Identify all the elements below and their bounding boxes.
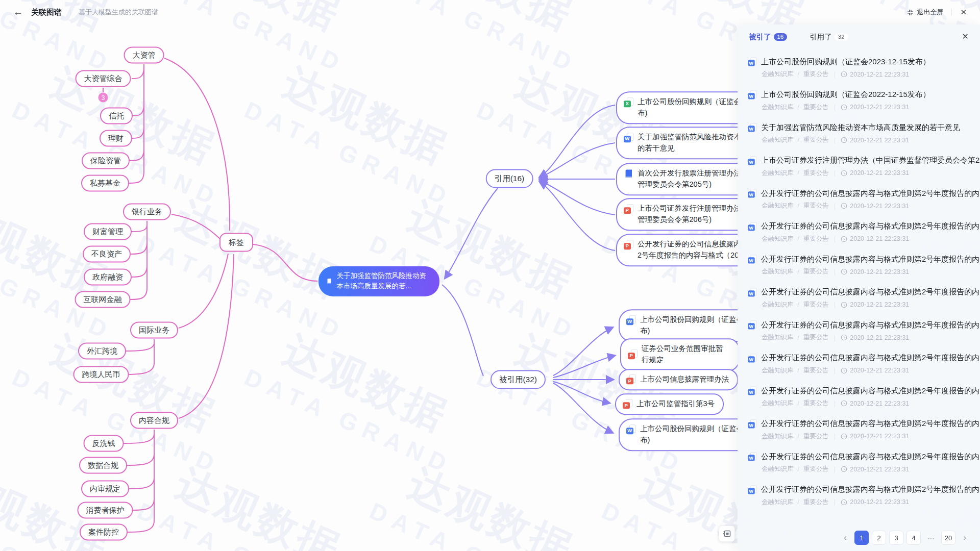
tags-root-node[interactable]: 标签 <box>219 233 253 252</box>
tag-node[interactable]: 私募基金 <box>81 175 129 192</box>
citedby-doc-node[interactable]: W上市公司股份回购规则（证监会布) <box>619 418 739 451</box>
cited-doc-node[interactable]: 首次公开发行股票注册管理办法管理委员会令第205号) <box>616 163 739 195</box>
minimap-icon <box>723 530 731 537</box>
cited-doc-node[interactable]: W关于加强监管防范风险推动资本的若干意见 <box>616 127 739 159</box>
clock-icon <box>841 334 847 341</box>
tag-node[interactable]: 理财 <box>100 130 132 147</box>
tag-node[interactable]: 大资管综合 <box>76 70 131 87</box>
document-list-item[interactable]: W公开发行证券的公司信息披露内容与格式准则第2号年度报告的内…金融知识库/重要公… <box>748 483 980 516</box>
cited-doc-node[interactable]: X上市公司股份回购规则（证监会布) <box>616 91 739 124</box>
word-doc-icon: W <box>748 354 756 362</box>
tag-node[interactable]: 大资管 <box>124 47 164 64</box>
tab-cites[interactable]: 引用了 32 <box>810 32 848 42</box>
doc-tag-label: 重要公告 <box>803 300 829 309</box>
doc-timestamp: 2020-12-21 22:23:31 <box>850 137 909 144</box>
doc-title: 公开发行证券的公司信息披露内容与格式准则第2号年度报告的内… <box>761 287 980 297</box>
tag-node[interactable]: 信托 <box>100 108 133 124</box>
document-list: W上市公司股份回购规则（证监会2023-12-15发布）金融知识库/重要公告|2… <box>738 51 980 516</box>
word-doc-icon: W <box>748 419 756 428</box>
doc-tag-label: 重要公告 <box>803 70 829 79</box>
minimap-toggle-button[interactable] <box>719 525 735 542</box>
doc-timestamp: 2020-12-21 22:23:31 <box>850 367 909 374</box>
close-icon[interactable]: ✕ <box>960 8 967 17</box>
tag-node[interactable]: 数据合规 <box>79 457 127 474</box>
document-list-item[interactable]: W公开发行证券的公司信息披露内容与格式准则第2号年度报告的内…金融知识库/重要公… <box>748 417 980 450</box>
chevron-left-icon[interactable]: ‹ <box>839 531 851 545</box>
document-list-item[interactable]: W上市公司股份回购规则（证监会2023-12-15发布）金融知识库/重要公告|2… <box>748 55 980 88</box>
doc-title: 公开发行证券的公司信息披露内容与格式准则第2号年度报告的内… <box>761 386 980 396</box>
tag-node[interactable]: 政府融资 <box>84 269 132 286</box>
excel-doc-icon: X <box>624 97 633 107</box>
panel-close-icon[interactable]: ✕ <box>962 32 969 41</box>
center-document-node[interactable]: 关于加强监管防范风险推动资本市场高质量发展的若... <box>318 266 439 296</box>
page-button[interactable]: 2 <box>872 531 886 545</box>
tag-node[interactable]: 跨境人民币 <box>74 366 129 383</box>
page-button[interactable]: 1 <box>854 531 869 545</box>
tab-cited-by[interactable]: 被引了 16 <box>749 32 787 42</box>
page-button[interactable]: 20 <box>941 531 955 545</box>
citedby-doc-node[interactable]: P上市公司信息披露管理办法 <box>619 369 738 390</box>
clock-icon <box>841 236 847 242</box>
tag-node[interactable]: 国际业务 <box>130 322 178 339</box>
citedby-doc-node[interactable]: P上市公司监管指引第3号 <box>615 393 724 415</box>
clock-icon <box>841 203 847 209</box>
document-list-item[interactable]: W上市公司股份回购规则（证监会2022-12-15发布）金融知识库/重要公告|2… <box>748 88 980 121</box>
doc-tag-label: 重要公告 <box>803 169 829 178</box>
tag-node[interactable]: 反洗钱 <box>84 435 124 452</box>
tag-node[interactable]: 互联网金融 <box>75 291 131 308</box>
document-list-item[interactable]: W公开发行证券的公司信息披露内容与格式准则第2号年度报告的内…金融知识库/重要公… <box>748 318 980 352</box>
document-list-item[interactable]: W公开发行证券的公司信息披露内容与格式准则第2号年度报告的内…金融知识库/重要公… <box>748 286 980 319</box>
page-button[interactable]: 3 <box>889 531 903 545</box>
cited-hub-node[interactable]: 引用(16) <box>486 169 533 188</box>
doc-title: 公开发行证券的公司信息披露内容与格式准则第2号年度报告的内… <box>761 189 980 198</box>
doc-tag-label: 重要公告 <box>803 465 829 473</box>
knowledge-base-label: 金融知识库 <box>762 267 794 276</box>
doc-title: 关于加强监管防范风险推动资本市场高质量发展的若干意见 <box>761 123 960 133</box>
cites-count-badge: 32 <box>835 33 848 41</box>
citedby-doc-node[interactable]: P证券公司业务范围审批暂行规定 <box>620 338 739 371</box>
exit-fullscreen-button[interactable]: 退出全屏 <box>907 8 943 17</box>
tag-node[interactable]: 不良资产 <box>83 246 131 263</box>
ppt-doc-icon: P <box>624 240 633 249</box>
knowledge-base-label: 金融知识库 <box>762 169 794 178</box>
citedby-hub-node[interactable]: 被引用(32) <box>491 370 546 389</box>
word-doc-icon: W <box>748 123 756 132</box>
document-list-item[interactable]: W公开发行证券的公司信息披露内容与格式准则第2号年度报告的内…金融知识库/重要公… <box>748 220 980 253</box>
citedby-doc-node[interactable]: W上市公司股份回购规则（证监会布) <box>619 309 739 342</box>
doc-title: 公开发行证券的公司信息披露内容与格式准则第2号年度报告的内… <box>761 419 980 429</box>
document-list-item[interactable]: W公开发行证券的公司信息披露内容与格式准则第2号年度报告的内…金融知识库/重要公… <box>748 187 980 220</box>
tag-node[interactable]: 内审规定 <box>81 481 129 497</box>
clock-icon <box>841 302 847 308</box>
knowledge-base-label: 金融知识库 <box>762 333 794 342</box>
ppt-doc-icon: P <box>626 375 636 385</box>
document-list-item[interactable]: W关于加强监管防范风险推动资本市场高质量发展的若干意见金融知识库/重要公告|20… <box>748 121 980 154</box>
document-list-item[interactable]: W公开发行证券的公司信息披露内容与格式准则第2号年度报告的内…金融知识库/重要公… <box>748 450 980 483</box>
cited-doc-node[interactable]: P公开发行证券的公司信息披露内2号年度报告的内容与格式（20 <box>616 234 739 266</box>
page-button[interactable]: 4 <box>906 531 921 545</box>
page-subtitle: 基于大模型生成的关联图谱 <box>79 8 158 17</box>
tag-node[interactable]: 外汇跨境 <box>78 343 126 360</box>
cited-doc-node[interactable]: P上市公司证券发行注册管理办法管理委员会令第206号) <box>616 198 739 231</box>
doc-timestamp: 2020-12-21 22:23:31 <box>850 203 909 210</box>
knowledge-graph-canvas[interactable]: 大资管大资管综合信托理财保险资管私募基金银行业务财富管理不良资产政府融资互联网金… <box>0 0 739 551</box>
back-arrow-icon[interactable]: ← <box>13 7 23 18</box>
tag-node[interactable]: 财富管理 <box>84 223 132 240</box>
tag-node[interactable]: 消费者保护 <box>78 502 133 519</box>
tag-node[interactable]: 保险资管 <box>82 153 130 169</box>
word-doc-icon: W <box>748 485 756 494</box>
chevron-right-icon[interactable]: › <box>959 531 971 545</box>
doc-timestamp: 2020-12-21 22:23:31 <box>850 235 909 242</box>
tag-node[interactable]: 内容合规 <box>130 412 178 429</box>
tag-node[interactable]: 银行业务 <box>123 204 171 220</box>
doc-timestamp: 2020-12-21 22:23:31 <box>850 104 909 111</box>
knowledge-base-label: 金融知识库 <box>762 70 794 79</box>
tag-node[interactable]: 案件防控 <box>80 524 128 541</box>
collapsed-count-badge[interactable]: 3 <box>99 93 108 103</box>
doc-tag-label: 重要公告 <box>803 267 829 276</box>
knowledge-base-label: 金融知识库 <box>762 432 794 441</box>
document-list-item[interactable]: W公开发行证券的公司信息披露内容与格式准则第2号年度报告的内…金融知识库/重要公… <box>748 352 980 385</box>
document-list-item[interactable]: W公开发行证券的公司信息披露内容与格式准则第2号年度报告的内…金融知识库/重要公… <box>748 384 980 417</box>
document-list-item[interactable]: W上市公司证券发行注册管理办法（中国证券监督管理委员会令第2…金融知识库/重要公… <box>748 154 980 187</box>
document-list-item[interactable]: W公开发行证券的公司信息披露内容与格式准则第2号年度报告的内…金融知识库/重要公… <box>748 253 980 286</box>
center-node-title: 关于加强监管防范风险推动资本市场高质量发展的若... <box>337 271 431 292</box>
